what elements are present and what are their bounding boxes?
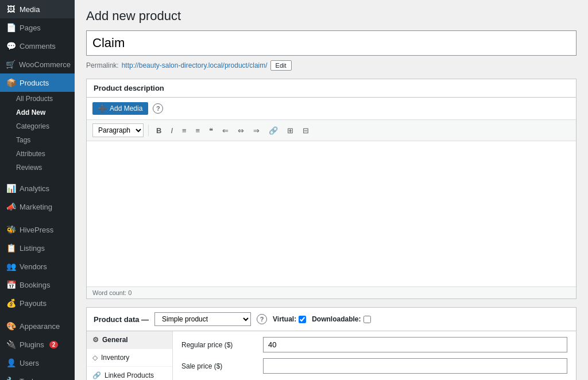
unordered-list-button[interactable]: ≡ xyxy=(179,125,189,137)
payouts-icon: 💰 xyxy=(6,298,16,308)
permalink-row: Permalink: http://beauty-salon-directory… xyxy=(86,60,577,71)
sidebar-item-marketing-label: Marketing xyxy=(20,203,52,211)
linked-products-tab-label: Linked Products xyxy=(105,371,154,379)
product-title-input[interactable] xyxy=(86,30,577,56)
product-description-editor[interactable] xyxy=(87,141,576,285)
product-type-select[interactable]: Simple product Grouped product External/… xyxy=(154,312,251,326)
plugins-badge: 2 xyxy=(49,341,59,348)
word-count-text: Word count: 0 xyxy=(92,289,131,296)
woocommerce-icon: 🛒 xyxy=(6,60,16,69)
add-media-icon: ➕ xyxy=(98,104,107,113)
product-tab-linked-products[interactable]: 🔗 Linked Products xyxy=(87,367,172,380)
sidebar-item-payouts[interactable]: 💰 Payouts xyxy=(0,294,75,312)
sidebar-item-comments-label: Comments xyxy=(20,42,56,51)
product-data-help-icon[interactable]: ? xyxy=(257,314,267,324)
sidebar-subitem-attributes[interactable]: Attributes xyxy=(0,147,75,161)
tools-icon: 🔧 xyxy=(6,377,16,380)
description-help-icon[interactable]: ? xyxy=(153,103,163,114)
inventory-tab-label: Inventory xyxy=(101,354,129,362)
editor-toolbar: Paragraph Heading 1 Heading 2 Heading 3 … xyxy=(87,120,576,141)
sidebar-item-woocommerce-label: WooCommerce xyxy=(19,60,71,69)
sidebar-item-tools[interactable]: 🔧 Tools xyxy=(0,372,75,380)
paragraph-format-select[interactable]: Paragraph Heading 1 Heading 2 Heading 3 xyxy=(92,123,144,137)
general-tab-icon: ⚙ xyxy=(92,336,99,344)
sidebar-subitem-reviews[interactable]: Reviews xyxy=(0,161,75,175)
sale-price-input[interactable] xyxy=(263,358,567,374)
link-button[interactable]: 🔗 xyxy=(266,125,281,137)
sidebar-item-listings-label: Listings xyxy=(20,244,45,253)
sale-price-row: Sale price ($) xyxy=(181,358,567,374)
description-section-header: Product description xyxy=(87,79,576,98)
blockquote-button[interactable]: ❝ xyxy=(206,125,216,137)
permalink-link[interactable]: http://beauty-salon-directory.local/prod… xyxy=(122,61,268,69)
sidebar-item-comments[interactable]: 💬 Comments xyxy=(0,37,75,55)
add-media-button[interactable]: ➕ Add Media xyxy=(92,102,148,115)
virtual-label: Virtual: xyxy=(273,315,296,323)
sidebar-item-pages[interactable]: 📄 Pages xyxy=(0,18,75,37)
sidebar-subitem-categories[interactable]: Categories xyxy=(0,119,75,133)
sidebar-item-pages-label: Pages xyxy=(20,24,41,32)
sidebar-item-hivepress-label: HivePress xyxy=(20,226,53,234)
sale-price-label: Sale price ($) xyxy=(181,362,256,370)
toolbar-toggle-button[interactable]: ⊟ xyxy=(300,125,312,137)
product-data-tabs: ⚙ General ◇ Inventory 🔗 Linked Products xyxy=(87,331,173,380)
main-content: Add new product Permalink: http://beauty… xyxy=(75,0,588,380)
sidebar-item-payouts-label: Payouts xyxy=(20,299,47,308)
product-description-section: Product description ➕ Add Media ? Paragr… xyxy=(86,79,577,299)
product-data-content: Regular price ($) Sale price ($) xyxy=(173,331,576,380)
bookings-icon: 📅 xyxy=(6,280,16,289)
bold-button[interactable]: B xyxy=(153,125,164,137)
downloadable-label: Downloadable: xyxy=(312,315,361,323)
product-data-body: ⚙ General ◇ Inventory 🔗 Linked Products … xyxy=(87,331,576,380)
product-tab-general[interactable]: ⚙ General xyxy=(87,331,172,349)
product-data-section: Product data — Simple product Grouped pr… xyxy=(86,307,577,380)
sidebar-item-media-label: Media xyxy=(20,5,40,14)
regular-price-row: Regular price ($) xyxy=(181,337,567,352)
linked-products-tab-icon: 🔗 xyxy=(92,371,101,379)
product-data-header-label: Product data — xyxy=(94,315,149,324)
sidebar-item-tools-label: Tools xyxy=(20,377,37,381)
sidebar-item-analytics[interactable]: 📊 Analytics xyxy=(0,179,75,197)
analytics-icon: 📊 xyxy=(6,184,16,193)
sidebar-item-bookings-label: Bookings xyxy=(20,281,50,289)
downloadable-checkbox-row: Downloadable: xyxy=(312,315,370,323)
regular-price-label: Regular price ($) xyxy=(181,341,256,349)
sidebar-item-users[interactable]: 👤 Users xyxy=(0,354,75,372)
sidebar-item-products[interactable]: 📦 Products xyxy=(0,73,75,92)
sidebar-item-hivepress[interactable]: 🐝 HivePress xyxy=(0,220,75,239)
virtual-checkbox-row: Virtual: xyxy=(273,315,306,323)
sidebar-item-listings[interactable]: 📋 Listings xyxy=(0,239,75,257)
sidebar-item-vendors-label: Vendors xyxy=(20,262,47,271)
virtual-checkbox[interactable] xyxy=(299,316,306,323)
sidebar-item-woocommerce[interactable]: 🛒 WooCommerce xyxy=(0,55,75,73)
sidebar-item-vendors[interactable]: 👥 Vendors xyxy=(0,257,75,276)
sidebar: 🖼 Media 📄 Pages 💬 Comments 🛒 WooCommerce… xyxy=(0,0,75,380)
plugins-icon: 🔌 xyxy=(6,340,16,349)
downloadable-checkbox[interactable] xyxy=(363,316,371,323)
sidebar-item-bookings[interactable]: 📅 Bookings xyxy=(0,276,75,294)
sidebar-item-users-label: Users xyxy=(20,359,39,367)
insert-more-button[interactable]: ⊞ xyxy=(284,125,296,137)
sidebar-item-plugins-label: Plugins xyxy=(20,340,44,349)
sidebar-item-marketing[interactable]: 📣 Marketing xyxy=(0,197,75,216)
appearance-icon: 🎨 xyxy=(6,321,16,331)
sidebar-subitem-add-new[interactable]: Add New xyxy=(0,106,75,119)
product-tab-inventory[interactable]: ◇ Inventory xyxy=(87,349,172,367)
sidebar-subitem-tags[interactable]: Tags xyxy=(0,133,75,147)
page-title: Add new product xyxy=(86,9,577,24)
regular-price-input[interactable] xyxy=(263,337,567,352)
ordered-list-button[interactable]: ≡ xyxy=(193,125,203,137)
align-left-button[interactable]: ⇐ xyxy=(219,125,231,137)
sidebar-subitem-all-products[interactable]: All Products xyxy=(0,92,75,106)
add-media-bar: ➕ Add Media ? xyxy=(87,98,576,120)
permalink-edit-button[interactable]: Edit xyxy=(270,60,292,71)
comments-icon: 💬 xyxy=(6,41,16,51)
italic-button[interactable]: I xyxy=(168,125,176,137)
sidebar-item-appearance[interactable]: 🎨 Appearance xyxy=(0,317,75,335)
sidebar-item-media[interactable]: 🖼 Media xyxy=(0,0,75,18)
toolbar-separator-1 xyxy=(148,125,149,136)
sidebar-item-products-label: Products xyxy=(20,79,49,87)
sidebar-item-plugins[interactable]: 🔌 Plugins 2 xyxy=(0,335,75,354)
align-center-button[interactable]: ⇔ xyxy=(235,125,247,137)
align-right-button[interactable]: ⇒ xyxy=(250,125,262,137)
